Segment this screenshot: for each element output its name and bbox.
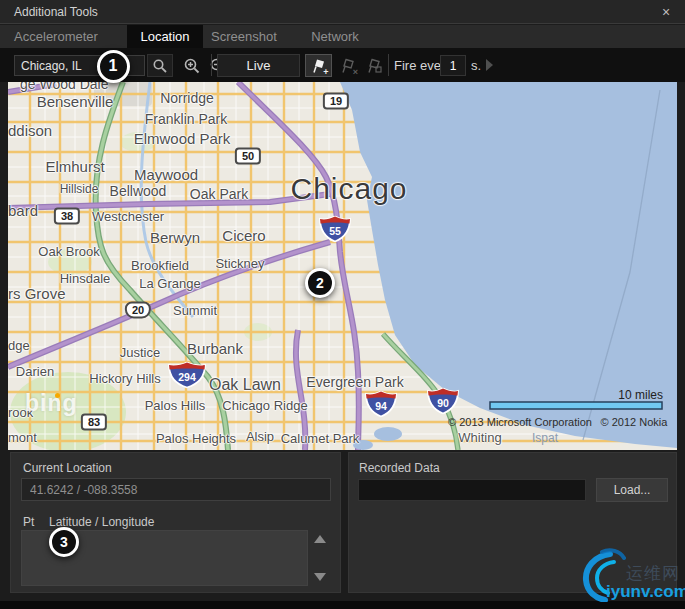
map-city-label: Westchester (92, 209, 164, 224)
play-icon[interactable] (486, 59, 493, 71)
map-city-label: Palos Hills (145, 398, 206, 413)
tab-location[interactable]: Location (127, 25, 203, 48)
route-shield-55: 55 (319, 216, 351, 247)
current-location-value[interactable] (21, 478, 331, 501)
route-shield-50: 50 (235, 148, 261, 165)
route-shield-20: 20 (125, 302, 151, 319)
search-button[interactable] (147, 54, 173, 77)
map-city-label: Oak Lawn (209, 376, 281, 394)
map-city-label: ge Wood Dale (20, 82, 108, 92)
scroll-up-icon[interactable] (314, 535, 326, 543)
map-city-label: rs Grove (8, 285, 66, 302)
interval-input[interactable] (440, 55, 466, 76)
map-city-label: Hillside (60, 182, 99, 196)
recorded-data-label: Recorded Data (359, 461, 440, 475)
bing-logo: bing (25, 390, 78, 417)
svg-text:94: 94 (375, 400, 387, 412)
copyright-nokia: © 2012 Nokia (601, 416, 668, 428)
map-city-label: Chicago Ridge (222, 398, 307, 413)
search-icon (152, 58, 168, 74)
map-city-label: Hinsdale (60, 271, 111, 286)
add-pin-button[interactable]: + (305, 54, 332, 77)
svg-text:55: 55 (329, 225, 341, 237)
route-shield-box: 38 (54, 208, 80, 225)
watermark-site-text: iyunv.com (606, 582, 685, 602)
current-location-panel: Current Location Pt Latitude / Longitude (10, 452, 341, 593)
tab-accelerometer[interactable]: Accelerometer (0, 25, 112, 48)
delete-pin-button[interactable]: × (336, 54, 360, 77)
map-city-label: Darien (16, 364, 54, 379)
tab-network[interactable]: Network (300, 25, 370, 48)
map-city-label: Alsip (246, 429, 274, 444)
route-shield-box: 19 (323, 93, 349, 110)
route-shield-box: 50 (235, 148, 261, 165)
window-title: Additional Tools (14, 5, 98, 19)
route-shield-38: 38 (54, 208, 80, 225)
watermark: 运维网 iyunv.com (580, 546, 684, 608)
route-shield-19: 19 (323, 93, 349, 110)
tab-screenshot[interactable]: Screenshot (206, 25, 282, 48)
route-shield-83: 83 (81, 414, 107, 431)
map-city-label: Hickory Hills (89, 371, 161, 386)
map-city-label: Calumet Park (281, 431, 360, 446)
map-city-label: Ispat (532, 431, 558, 445)
seconds-label: s. (471, 58, 481, 73)
route-shield-94: 94 (365, 391, 397, 422)
map-city-label: dge (8, 338, 30, 353)
add-pin-icon: + (311, 58, 327, 74)
route-shield-294: 294 (168, 362, 206, 393)
map-city-label: Maywood (134, 166, 198, 183)
route-shield-box: 83 (81, 414, 107, 431)
bing-dot-icon (55, 393, 60, 398)
load-button[interactable]: Load... (596, 478, 668, 502)
save-pins-icon (366, 58, 382, 74)
callout-badge-3: 3 (49, 527, 79, 557)
map-city-label: Summit (173, 303, 217, 318)
delete-pin-icon: × (340, 58, 356, 74)
map-city-label: mont (8, 430, 37, 445)
callout-badge-2: 2 (305, 268, 335, 298)
copyright-microsoft: © 2013 Microsoft Corporation (448, 416, 592, 428)
toolbar-separator (388, 54, 389, 76)
map-city-label: Whiting (458, 430, 501, 445)
zoom-in-button[interactable] (179, 54, 205, 77)
map-city-label: Oak Brook (38, 244, 99, 259)
zoom-in-icon (183, 57, 201, 75)
map-city-label: Bellwood (110, 183, 167, 199)
map-city-label: ddison (8, 122, 52, 139)
map-city-label: Oak Park (190, 186, 248, 202)
map-scale-label: 10 miles (618, 388, 663, 402)
map-city-label: Palos Heights (156, 431, 236, 446)
map-city-label: Norridge (160, 90, 214, 106)
map-city-label: Bensenville (37, 93, 114, 110)
map-city-label: Elmwood Park (134, 130, 231, 147)
map-city-label: bard (8, 202, 38, 219)
close-icon[interactable]: × (657, 3, 675, 21)
live-mode-button[interactable]: Live (217, 54, 300, 77)
current-location-label: Current Location (23, 461, 112, 475)
map-city-label: Evergreen Park (306, 374, 403, 390)
map-city-label: Brookfield (131, 258, 189, 273)
scroll-down-icon[interactable] (314, 573, 326, 581)
route-shield-90: 90 (427, 388, 459, 419)
map-city-label: Cicero (222, 227, 265, 244)
map-city-label: Burbank (187, 340, 243, 357)
map-canvas[interactable]: ge Wood DaleBensenvilleNorridgeFranklin … (8, 82, 677, 450)
map-city-label: Elmhurst (45, 158, 104, 175)
svg-text:294: 294 (178, 371, 196, 383)
map-city-label: Justice (120, 345, 160, 360)
svg-text:90: 90 (437, 397, 449, 409)
map-city-label: Stickney (215, 256, 264, 271)
save-pins-button[interactable] (362, 54, 386, 77)
map-city-label: Berwyn (150, 229, 200, 246)
route-shield-box: 20 (125, 302, 151, 319)
additional-tools-window: Additional Tools × Accelerometer Locatio… (0, 0, 685, 601)
map-city-label: Chicago (290, 172, 407, 206)
recorded-data-input[interactable] (358, 479, 586, 501)
map-graphics (8, 82, 677, 450)
title-bar: Additional Tools × (0, 0, 685, 24)
map-city-label: La Grange (139, 276, 200, 291)
points-col-pt: Pt (23, 515, 34, 529)
callout-badge-1: 1 (97, 50, 130, 83)
tab-bar: Accelerometer Location Screenshot Networ… (0, 25, 685, 48)
